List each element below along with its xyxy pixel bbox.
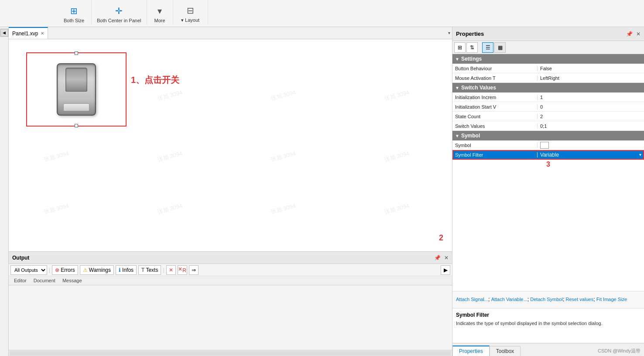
clear-btn[interactable]: ✕ [166, 265, 176, 275]
toolbar: ⊞ Both Size ✛ Both Center in Panel ▾ Mor… [0, 0, 644, 27]
section-settings[interactable]: ▼ Settings [452, 54, 644, 64]
both-size-button[interactable]: ⊞ Both Size [57, 0, 92, 25]
prop-symbol-filter-name: Symbol Filter [452, 152, 538, 157]
switch-bottom [63, 103, 89, 111]
props-tool-list[interactable]: ☰ [482, 42, 493, 53]
more-button[interactable]: ▾ More [147, 0, 173, 25]
annotation-3: 3 [452, 160, 644, 169]
output-panel: Output 📌 ✕ All Outputs | ⊗ Errors ⚠ Warn… [9, 251, 452, 356]
props-close-button[interactable]: ✕ [636, 31, 641, 37]
props-tool-category[interactable]: ▦ [494, 42, 506, 53]
layout-button[interactable]: ⊟ ▾ Layout [173, 0, 208, 25]
symbol-filter-dropdown[interactable]: ▾ [639, 152, 641, 157]
props-tool-grid[interactable]: ⊞ [454, 42, 466, 53]
prop-init-increm-value: 1 [538, 95, 644, 100]
prop-init-start-value: 0 [538, 104, 644, 110]
prop-switch-values[interactable]: Switch Values 0;1 [452, 121, 644, 131]
link-attach-variable[interactable]: Attach Variable... [491, 297, 528, 302]
props-tool-sort[interactable]: ⇅ [466, 42, 478, 53]
widget-handle-bottom[interactable] [75, 124, 78, 127]
links-area: Attach Signal...; Attach Variable...; De… [452, 291, 644, 308]
description-text: Indicates the type of symbol displayed i… [456, 320, 641, 327]
watermark: 张旭 3094 [384, 150, 410, 164]
layout-label: ▾ Layout [181, 17, 199, 23]
prop-button-behaviour-name: Button Behaviour [452, 66, 538, 71]
prop-button-behaviour[interactable]: Button Behaviour False [452, 64, 644, 73]
watermark: 张旭 3094 [157, 150, 183, 164]
error-icon: ⊗ [55, 267, 59, 273]
sidebar-btn-1[interactable]: ◀ [0, 29, 8, 37]
widget-handle-top[interactable] [75, 51, 78, 55]
output-columns: Editor Document Message [9, 276, 452, 285]
canvas-annotation-1: 1、点击开关 [131, 74, 179, 86]
section-symbol[interactable]: ▼ Symbol [452, 131, 644, 140]
canvas-tab-title: Panel1.xvp [12, 31, 38, 37]
watermark: 张旭 3094 [270, 89, 297, 103]
canvas-tab-close[interactable]: ✕ [41, 31, 44, 36]
warnings-filter-btn[interactable]: ⚠ Warnings [80, 265, 114, 275]
canvas-tab: Panel1.xvp ✕ ▾ [9, 27, 452, 39]
goto-btn[interactable]: ⇒ [189, 265, 199, 275]
link-reset-values[interactable]: Reset values [566, 297, 594, 302]
left-sidebar: ◀ [0, 27, 9, 356]
output-pin-button[interactable]: 📌 [434, 255, 441, 261]
warning-icon: ⚠ [83, 267, 88, 273]
props-pin-button[interactable]: 📌 [626, 31, 633, 37]
description-area: Symbol Filter Indicates the type of symb… [452, 308, 644, 343]
prop-mouse-activation[interactable]: Mouse Activation T LeftRight [452, 73, 644, 83]
tab-properties[interactable]: Properties [452, 346, 490, 356]
prop-init-start-name: Initialization Start V [452, 104, 538, 110]
properties-panel: Properties 📌 ✕ ⊞ ⇅ ☰ ▦ ▼ Settings [452, 27, 644, 356]
section-settings-toggle[interactable]: ▼ [455, 57, 459, 62]
watermark: 张旭 3094 [384, 202, 410, 216]
text-icon: T [141, 267, 144, 273]
clear-icon: ✕ [169, 267, 173, 273]
col-document: Document [30, 277, 59, 284]
prop-symbol-value [538, 142, 644, 149]
infos-filter-btn[interactable]: ℹ Infos [116, 265, 137, 275]
switch-widget-container[interactable] [26, 52, 127, 127]
output-close-button[interactable]: ✕ [444, 255, 449, 261]
scroll-right-icon: ▶ [444, 267, 448, 273]
prop-switch-values-value: 0;1 [538, 123, 644, 129]
tab-toolbox[interactable]: Toolbox [490, 346, 521, 356]
canvas-tab-dropdown[interactable]: ▾ [448, 31, 450, 35]
prop-symbol-filter[interactable]: Symbol Filter Variable ▾ [452, 150, 644, 160]
link-detach-symbol[interactable]: Detach Symbol [530, 297, 563, 302]
canvas-content[interactable]: 张旭 3094 张旭 3094 张旭 3094 张旭 3094 张旭 3094 … [9, 39, 452, 251]
section-switch-toggle[interactable]: ▼ [455, 86, 459, 90]
prop-init-increm-name: Initialization Increm [452, 95, 538, 100]
props-table: ▼ Settings Button Behaviour False Mouse … [452, 54, 644, 291]
clear-filter-btn[interactable]: ✕R [178, 265, 187, 275]
props-title: Properties [456, 31, 626, 37]
prop-init-increm[interactable]: Initialization Increm 1 [452, 92, 644, 102]
output-title: Output [12, 255, 29, 261]
section-settings-label: Settings [461, 56, 482, 62]
watermark: 张旭 3094 [270, 150, 297, 164]
switch-widget [57, 63, 96, 116]
canvas-area: Panel1.xvp ✕ ▾ 张旭 3094 张旭 3094 张旭 3094 张… [9, 27, 452, 251]
output-scrollbar[interactable] [9, 350, 452, 356]
more-icon: ▾ [158, 6, 162, 16]
more-label: More [154, 18, 165, 23]
symbol-filter-text: Variable [540, 152, 637, 158]
link-fit-image[interactable]: Fit Image Size [596, 297, 627, 302]
prop-symbol[interactable]: Symbol [452, 140, 644, 150]
output-filter-select[interactable]: All Outputs [10, 265, 47, 275]
prop-state-count[interactable]: State Count 2 [452, 112, 644, 121]
prop-init-start[interactable]: Initialization Start V 0 [452, 102, 644, 112]
both-size-icon: ⊞ [70, 6, 78, 16]
link-attach-signal[interactable]: Attach Signal... [456, 297, 488, 302]
output-toolbar: All Outputs | ⊗ Errors ⚠ Warnings ℹ Info… [9, 264, 452, 276]
section-symbol-toggle[interactable]: ▼ [455, 134, 459, 138]
both-center-button[interactable]: ✛ Both Center in Panel [92, 0, 147, 25]
scroll-right-btn[interactable]: ▶ [441, 265, 450, 275]
col-editor: Editor [10, 277, 30, 284]
section-switch-values[interactable]: ▼ Switch Values [452, 83, 644, 92]
scrollbar-track[interactable] [10, 351, 451, 356]
prop-switch-values-name: Switch Values [452, 123, 538, 129]
errors-filter-btn[interactable]: ⊗ Errors [52, 265, 78, 275]
texts-filter-btn[interactable]: T Texts [138, 265, 161, 275]
watermark: 张旭 3094 [43, 150, 70, 164]
canvas-tab-panel1[interactable]: Panel1.xvp ✕ [9, 27, 48, 39]
